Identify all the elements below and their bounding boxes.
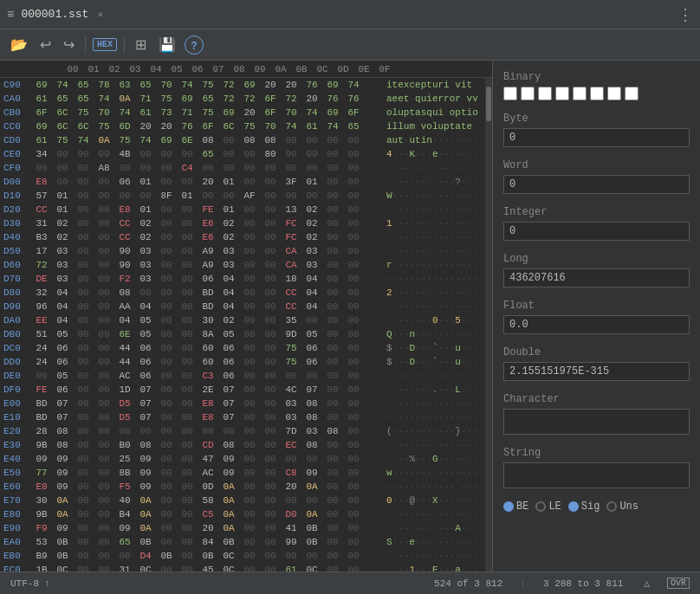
hex-byte[interactable]: 76 [301,78,322,92]
hex-byte[interactable]: 07 [218,410,239,424]
hex-byte[interactable]: 00 [94,230,114,244]
hex-byte[interactable]: E8 [198,397,218,410]
hex-byte[interactable]: 00 [239,383,260,397]
hex-byte[interactable]: 00 [94,147,114,161]
radio-item-le[interactable]: LE [535,500,561,513]
hex-byte[interactable]: 00 [322,452,343,466]
hex-byte[interactable]: 0B [135,535,156,549]
hex-byte[interactable]: 00 [322,549,343,563]
hex-byte[interactable]: 00 [260,327,281,341]
hex-byte[interactable]: 74 [52,78,73,92]
hex-byte[interactable]: 75 [239,119,260,133]
hex-byte[interactable]: 00 [322,147,343,161]
hex-byte[interactable]: C5 [198,507,218,521]
hex-byte[interactable]: 00 [135,424,156,438]
hex-byte[interactable]: 00 [177,355,198,369]
hex-byte[interactable]: 00 [239,175,260,189]
hex-byte[interactable]: 00 [301,313,322,327]
hex-byte[interactable]: 00 [198,189,218,203]
hex-byte[interactable]: 6C [52,119,73,133]
hex-byte[interactable]: 00 [343,494,364,507]
hex-byte[interactable]: 09 [135,480,156,494]
hex-byte[interactable]: 31 [114,563,135,571]
hex-byte[interactable]: 00 [52,175,73,189]
hex-byte[interactable]: 00 [94,438,114,452]
hex-byte[interactable]: 17 [31,244,52,258]
hex-byte[interactable]: 05 [218,327,239,341]
hex-byte[interactable]: 00 [322,161,343,175]
hex-byte[interactable]: 06 [52,383,73,397]
hex-byte[interactable]: 00 [260,466,281,480]
hex-byte[interactable]: 00 [322,313,343,327]
hex-byte[interactable]: 00 [239,369,260,383]
hex-byte[interactable]: 00 [156,521,177,535]
hex-byte[interactable]: 90 [114,258,135,272]
hex-byte[interactable]: 00 [343,175,364,189]
hex-byte[interactable]: 00 [94,521,114,535]
hex-byte[interactable]: 03 [135,258,156,272]
hex-byte[interactable]: 00 [322,327,343,341]
hex-byte[interactable]: 00 [239,272,260,286]
hex-byte[interactable]: 03 [218,258,239,272]
hex-byte[interactable]: 00 [260,300,281,313]
hex-byte[interactable]: 00 [301,133,322,147]
hex-byte[interactable]: 08 [260,133,281,147]
hex-byte[interactable]: 00 [322,480,343,494]
hex-byte[interactable]: 00 [322,300,343,313]
binary-bit-5[interactable] [590,87,604,100]
hex-byte[interactable]: FE [198,203,218,216]
hex-byte[interactable]: 00 [73,272,94,286]
hex-byte[interactable]: 61 [31,133,52,147]
hex-byte[interactable]: 00 [73,563,94,571]
hex-byte[interactable]: CD [198,438,218,452]
hex-byte[interactable]: 00 [73,507,94,521]
hex-byte[interactable]: CC [114,216,135,230]
hex-byte[interactable]: E6 [198,230,218,244]
hex-byte[interactable]: CA [281,258,301,272]
menu-icon[interactable]: ≡ [7,8,14,22]
hex-byte[interactable]: EE [31,313,52,327]
hex-scrollbar[interactable] [485,78,492,571]
hex-byte[interactable]: 08 [301,410,322,424]
hex-byte[interactable]: 00 [322,244,343,258]
hex-byte[interactable]: 03 [301,258,322,272]
hex-byte[interactable]: 09 [52,521,73,535]
hex-byte[interactable]: 75 [114,133,135,147]
hex-byte[interactable]: 03 [135,272,156,286]
hex-byte[interactable]: 02 [301,203,322,216]
hex-byte[interactable]: 06 [52,341,73,355]
hex-byte[interactable]: 00 [239,300,260,313]
hex-byte[interactable]: 00 [198,424,218,438]
binary-bit-0[interactable] [503,87,517,100]
hex-byte[interactable]: 04 [218,300,239,313]
hex-byte[interactable]: 00 [260,397,281,410]
hex-byte[interactable]: 01 [135,203,156,216]
hex-byte[interactable]: 00 [73,147,94,161]
hex-byte[interactable]: 00 [135,161,156,175]
hex-byte[interactable]: 00 [260,424,281,438]
hex-byte[interactable]: 01 [218,203,239,216]
hex-byte[interactable]: 6E [114,327,135,341]
hex-byte[interactable]: 09 [114,521,135,535]
hex-byte[interactable]: 00 [73,203,94,216]
hex-byte[interactable]: 00 [322,189,343,203]
hex-byte[interactable]: 00 [343,313,364,327]
hex-byte[interactable]: 07 [218,383,239,397]
hex-byte[interactable]: CC [281,300,301,313]
hex-byte[interactable]: 00 [73,438,94,452]
hex-byte[interactable]: 00 [156,452,177,466]
hex-byte[interactable]: C8 [281,466,301,480]
hex-byte[interactable]: 00 [322,563,343,571]
hex-byte[interactable]: 00 [177,327,198,341]
hex-byte[interactable]: 00 [177,452,198,466]
hex-byte[interactable]: 00 [281,189,301,203]
hex-byte[interactable]: 00 [177,216,198,230]
hex-byte[interactable]: 03 [52,258,73,272]
hex-byte[interactable]: 07 [52,410,73,424]
hex-byte[interactable]: 00 [343,452,364,466]
hex-byte[interactable]: 74 [94,92,114,106]
scrollbar-thumb[interactable] [486,87,491,121]
hex-byte[interactable]: D5 [114,410,135,424]
hex-byte[interactable]: 00 [239,286,260,300]
hex-byte[interactable]: 06 [218,341,239,355]
